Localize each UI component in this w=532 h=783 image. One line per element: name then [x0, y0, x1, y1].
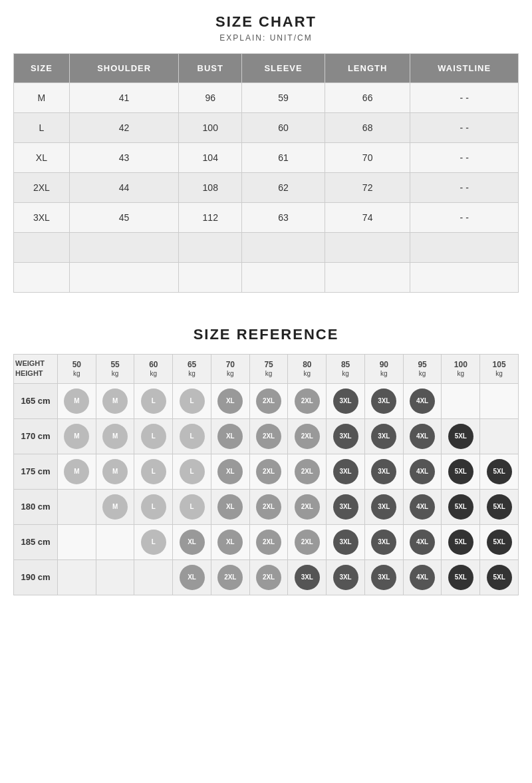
size-badge: M — [102, 459, 128, 484]
size-badge-cell: 2XL — [249, 418, 288, 454]
size-badge: L — [180, 494, 205, 520]
size-badge: L — [180, 424, 205, 449]
size-badge-cell: M — [96, 489, 134, 524]
table-header-cell: SLEEVE — [242, 54, 325, 83]
size-badge-cell — [96, 524, 134, 559]
size-badge-cell: 3XL — [364, 489, 403, 524]
size-badge-cell: 3XL — [364, 454, 403, 489]
size-badge: L — [180, 389, 205, 414]
size-reference-title: SIZE REFERENCE — [13, 326, 519, 343]
size-badge: 3XL — [333, 530, 358, 555]
size-badge-cell: XL — [211, 489, 249, 524]
size-badge-cell: 5XL — [442, 524, 480, 559]
size-badge: 3XL — [333, 389, 358, 414]
size-badge-cell: M — [57, 383, 96, 418]
table-cell: 66 — [325, 83, 410, 113]
size-badge: 5XL — [487, 565, 512, 590]
size-badge-cell: M — [96, 418, 134, 454]
weight-header-cell: 65kg — [173, 355, 211, 384]
size-badge-cell — [480, 383, 519, 418]
size-ref-row: 170 cmMMLLXL2XL2XL3XL3XL4XL5XL — [14, 418, 519, 454]
size-badge-cell: 2XL — [211, 559, 249, 595]
size-badge: L — [141, 424, 166, 449]
size-badge-cell: 2XL — [249, 383, 288, 418]
table-cell: 44 — [69, 173, 179, 203]
corner-header: WEIGHTHEIGHT — [14, 355, 58, 384]
size-badge-cell: 2XL — [288, 418, 327, 454]
size-ref-row: 185 cmLXLXL2XL2XL3XL3XL4XL5XL5XL — [14, 524, 519, 559]
size-badge-cell: XL — [173, 559, 211, 595]
size-badge: 5XL — [448, 565, 473, 590]
weight-header-cell: 85kg — [327, 355, 365, 384]
size-badge: XL — [217, 494, 243, 520]
table-header-cell: SHOULDER — [69, 54, 179, 83]
size-badge: 4XL — [410, 565, 435, 590]
size-badge: M — [64, 459, 89, 484]
size-badge: 2XL — [256, 565, 281, 590]
table-cell: L — [14, 113, 70, 143]
size-badge: 2XL — [295, 530, 320, 555]
size-badge-cell — [57, 524, 96, 559]
weight-header-cell: 80kg — [288, 355, 327, 384]
size-badge-cell: 3XL — [364, 418, 403, 454]
size-badge: 5XL — [448, 494, 473, 520]
size-badge-cell: L — [134, 383, 173, 418]
size-badge: XL — [217, 530, 243, 555]
table-cell: 61 — [242, 143, 325, 173]
table-cell: XL — [14, 143, 70, 173]
size-badge: L — [180, 459, 205, 484]
size-badge-cell: 3XL — [364, 383, 403, 418]
size-badge-cell: L — [173, 454, 211, 489]
weight-header-cell: 95kg — [403, 355, 442, 384]
size-badge: 3XL — [333, 565, 358, 590]
size-badge-cell: L — [173, 383, 211, 418]
table-cell: 72 — [325, 173, 410, 203]
table-cell: 2XL — [14, 173, 70, 203]
weight-header-cell: 50kg — [57, 355, 96, 384]
size-badge-cell: 4XL — [403, 383, 442, 418]
size-chart-title: SIZE CHART — [13, 13, 519, 31]
size-badge-cell: L — [134, 454, 173, 489]
size-badge: 3XL — [371, 424, 396, 449]
table-cell: 60 — [242, 113, 325, 143]
size-badge: 2XL — [256, 459, 281, 484]
size-ref-row: 175 cmMMLLXL2XL2XL3XL3XL4XL5XL5XL — [14, 454, 519, 489]
weight-header-cell: 105kg — [480, 355, 519, 384]
size-badge: 2XL — [256, 389, 281, 414]
weight-header-cell: 55kg — [96, 355, 134, 384]
table-cell: 108 — [179, 173, 242, 203]
size-badge-cell: XL — [211, 418, 249, 454]
size-badge-cell: 3XL — [327, 454, 365, 489]
size-badge-cell — [96, 559, 134, 595]
size-badge: 3XL — [333, 424, 358, 449]
size-badge: XL — [180, 565, 205, 590]
size-badge-cell: 5XL — [480, 559, 519, 595]
size-badge: 5XL — [448, 424, 473, 449]
size-badge: 4XL — [410, 494, 435, 520]
size-badge-cell: 4XL — [403, 559, 442, 595]
size-badge-cell: M — [96, 454, 134, 489]
table-header-cell: SIZE — [14, 54, 70, 83]
size-badge-cell: 2XL — [249, 559, 288, 595]
size-badge-cell: 2XL — [288, 524, 327, 559]
size-badge: 3XL — [295, 565, 320, 590]
weight-header-cell: 60kg — [134, 355, 173, 384]
size-badge: M — [64, 389, 89, 414]
size-badge: 3XL — [371, 530, 396, 555]
size-ref-row: 180 cmMLLXL2XL2XL3XL3XL4XL5XL5XL — [14, 489, 519, 524]
size-badge: 5XL — [487, 459, 512, 484]
size-badge-cell: 5XL — [442, 559, 480, 595]
size-badge-cell: 2XL — [249, 524, 288, 559]
size-badge-cell: 5XL — [442, 418, 480, 454]
size-ref-table: WEIGHTHEIGHT50kg55kg60kg65kg70kg75kg80kg… — [13, 354, 519, 595]
table-cell: 96 — [179, 83, 242, 113]
size-badge-cell: 3XL — [327, 489, 365, 524]
size-badge-cell: 5XL — [480, 454, 519, 489]
table-row-empty — [14, 263, 519, 293]
size-badge-cell: 2XL — [288, 489, 327, 524]
size-badge-cell: 2XL — [288, 383, 327, 418]
size-badge: 2XL — [217, 565, 243, 590]
size-badge: L — [141, 459, 166, 484]
size-badge: 3XL — [371, 494, 396, 520]
height-cell: 175 cm — [14, 454, 58, 489]
